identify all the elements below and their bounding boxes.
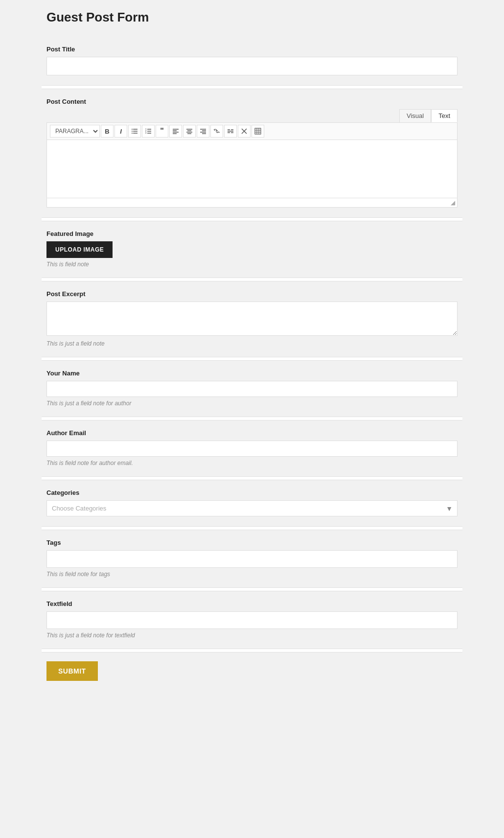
quote-button[interactable]: " [156, 125, 168, 138]
svg-point-4 [132, 131, 133, 132]
post-excerpt-note: This is just a field note [46, 340, 458, 347]
editor-content-area[interactable] [46, 140, 458, 198]
post-excerpt-label: Post Excerpt [46, 290, 458, 298]
italic-button[interactable]: I [115, 125, 127, 138]
textfield-note: This is just a field note for textfield [46, 632, 458, 639]
tags-note: This is field note for tags [46, 571, 458, 578]
link-button[interactable] [210, 125, 223, 138]
post-excerpt-section: Post Excerpt This is just a field note [42, 281, 462, 357]
editor-tabs: Visual Text [46, 109, 458, 122]
tags-label: Tags [46, 539, 458, 546]
format-select[interactable]: PARAGRA... [50, 125, 100, 138]
align-center-button[interactable] [183, 125, 196, 138]
post-content-label: Post Content [46, 98, 458, 105]
categories-select-wrapper: Choose Categories ▼ [46, 500, 458, 516]
featured-image-section: Featured Image UPLOAD IMAGE This is fiel… [42, 221, 462, 278]
svg-point-5 [132, 133, 133, 134]
textfield-input[interactable] [46, 611, 458, 629]
upload-image-button[interactable]: UPLOAD IMAGE [46, 241, 113, 258]
page-wrapper: Guest Post Form Post Title Post Content … [42, 0, 462, 710]
post-title-input[interactable] [46, 57, 458, 75]
tab-text[interactable]: Text [431, 109, 458, 122]
author-email-section: Author Email This is field note for auth… [42, 420, 462, 476]
svg-point-3 [132, 129, 133, 130]
your-name-section: Your Name This is just a field note for … [42, 361, 462, 417]
separator-8 [42, 587, 462, 591]
separator-6 [42, 476, 462, 480]
hr-button[interactable] [224, 125, 237, 138]
separator-5 [42, 417, 462, 420]
page-title: Guest Post Form [42, 10, 462, 25]
featured-image-note: This is field note [46, 261, 458, 268]
featured-image-label: Featured Image [46, 230, 458, 237]
align-left-button[interactable] [169, 125, 182, 138]
your-name-label: Your Name [46, 370, 458, 377]
author-email-input[interactable] [46, 441, 458, 457]
author-email-note: This is field note for author email. [46, 460, 458, 466]
post-title-section: Post Title [42, 37, 462, 85]
categories-select[interactable]: Choose Categories [46, 500, 458, 516]
your-name-note: This is just a field note for author [46, 400, 458, 407]
ul-button[interactable] [128, 125, 141, 138]
svg-text:3: 3 [145, 132, 147, 134]
tags-input[interactable] [46, 550, 458, 568]
ol-button[interactable]: 123 [142, 125, 155, 138]
categories-label: Categories [46, 489, 458, 496]
separator-9 [42, 649, 462, 652]
categories-section: Categories Choose Categories ▼ [42, 480, 462, 526]
submit-button[interactable]: SUBMIT [46, 661, 98, 681]
separator-4 [42, 357, 462, 361]
separator-3 [42, 278, 462, 281]
align-right-button[interactable] [197, 125, 209, 138]
resize-icon: ◢ [451, 199, 455, 206]
separator-7 [42, 526, 462, 530]
tags-section: Tags This is field note for tags [42, 530, 462, 587]
post-title-label: Post Title [46, 46, 458, 53]
post-excerpt-textarea[interactable] [46, 302, 458, 336]
separator-1 [42, 85, 462, 89]
editor-resize-handle: ◢ [46, 198, 458, 208]
bold-button[interactable]: B [101, 125, 114, 138]
editor-toolbar: PARAGRA... B I 123 " [46, 122, 458, 140]
table-button[interactable] [252, 125, 264, 138]
remove-format-button[interactable] [238, 125, 251, 138]
textfield-section: Textfield This is just a field note for … [42, 591, 462, 649]
post-content-section: Post Content Visual Text PARAGRA... B I … [42, 89, 462, 217]
tab-visual[interactable]: Visual [399, 109, 431, 122]
svg-rect-31 [255, 128, 261, 134]
separator-2 [42, 217, 462, 221]
textfield-label: Textfield [46, 600, 458, 607]
your-name-input[interactable] [46, 381, 458, 397]
submit-section: SUBMIT [42, 652, 462, 691]
author-email-label: Author Email [46, 429, 458, 437]
